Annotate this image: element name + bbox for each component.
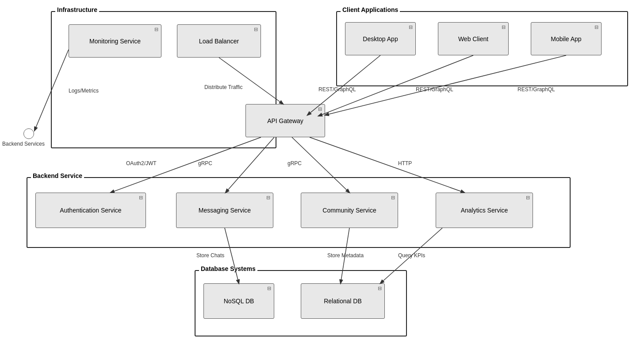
infrastructure-label: Infrastructure bbox=[55, 6, 99, 13]
api-gateway-icon: ⊟ bbox=[318, 106, 322, 112]
database-systems-label: Database Systems bbox=[199, 265, 257, 272]
auth-icon: ⊟ bbox=[139, 195, 143, 201]
api-gateway-label: API Gateway bbox=[267, 117, 303, 124]
web-client-box: Web Client ⊟ bbox=[438, 22, 509, 55]
mobile-app-icon: ⊟ bbox=[594, 24, 598, 30]
backend-services-label: Backend Services bbox=[2, 141, 45, 147]
http-label: HTTP bbox=[398, 160, 412, 166]
query-kpis-label: Query KPIs bbox=[398, 252, 425, 259]
rest-graphql-1-label: REST/GraphQL bbox=[318, 86, 356, 93]
analytics-icon: ⊟ bbox=[526, 195, 530, 201]
load-balancer-box: Load Balancer ⊟ bbox=[177, 24, 261, 58]
mobile-app-box: Mobile App ⊟ bbox=[531, 22, 602, 55]
desktop-icon: ⊟ bbox=[409, 24, 413, 30]
web-client-label: Web Client bbox=[458, 35, 488, 43]
store-metadata-label: Store Metadata bbox=[327, 252, 364, 259]
diagram-container: Infrastructure Client Applications Backe… bbox=[0, 0, 644, 344]
relational-db-label: Relational DB bbox=[324, 298, 362, 305]
monitoring-icon: ⊟ bbox=[154, 27, 158, 32]
desktop-app-box: Desktop App ⊟ bbox=[345, 22, 416, 55]
backend-services-node bbox=[23, 128, 34, 139]
nosql-db-label: NoSQL DB bbox=[224, 298, 254, 305]
messaging-icon: ⊟ bbox=[266, 195, 270, 201]
grpc-1-label: gRPC bbox=[198, 160, 212, 166]
load-balancer-icon: ⊟ bbox=[254, 27, 258, 32]
relational-db-icon: ⊟ bbox=[378, 286, 382, 291]
community-service-label: Community Service bbox=[322, 207, 376, 214]
load-balancer-label: Load Balancer bbox=[199, 38, 239, 45]
community-icon: ⊟ bbox=[391, 195, 395, 201]
community-service-box: Community Service ⊟ bbox=[301, 193, 398, 228]
store-chats-label: Store Chats bbox=[196, 252, 224, 259]
rest-graphql-3-label: REST/GraphQL bbox=[518, 86, 555, 93]
relational-db-box: Relational DB ⊟ bbox=[301, 283, 385, 319]
rest-graphql-2-label: REST/GraphQL bbox=[416, 86, 453, 93]
mobile-app-label: Mobile App bbox=[551, 35, 581, 43]
backend-service-label: Backend Service bbox=[31, 172, 84, 179]
analytics-service-box: Analytics Service ⊟ bbox=[436, 193, 533, 228]
nosql-icon: ⊟ bbox=[267, 286, 271, 291]
monitoring-service-label: Monitoring Service bbox=[89, 38, 141, 45]
analytics-service-label: Analytics Service bbox=[461, 207, 508, 214]
desktop-app-label: Desktop App bbox=[363, 35, 398, 43]
messaging-service-box: Messaging Service ⊟ bbox=[176, 193, 273, 228]
oauth2-jwt-label: OAuth2/JWT bbox=[126, 160, 157, 166]
distribute-traffic-label: Distribute Traffic bbox=[204, 84, 242, 90]
messaging-service-label: Messaging Service bbox=[199, 207, 251, 214]
logs-metrics-label: Logs/Metrics bbox=[69, 88, 99, 94]
grpc-2-label: gRPC bbox=[288, 160, 302, 166]
auth-service-label: Authentication Service bbox=[60, 207, 121, 214]
web-client-icon: ⊟ bbox=[502, 24, 506, 30]
client-applications-label: Client Applications bbox=[341, 6, 400, 13]
api-gateway-box: API Gateway ⊟ bbox=[245, 104, 325, 137]
nosql-db-box: NoSQL DB ⊟ bbox=[203, 283, 274, 319]
monitoring-service-box: Monitoring Service ⊟ bbox=[69, 24, 161, 58]
auth-service-box: Authentication Service ⊟ bbox=[35, 193, 146, 228]
